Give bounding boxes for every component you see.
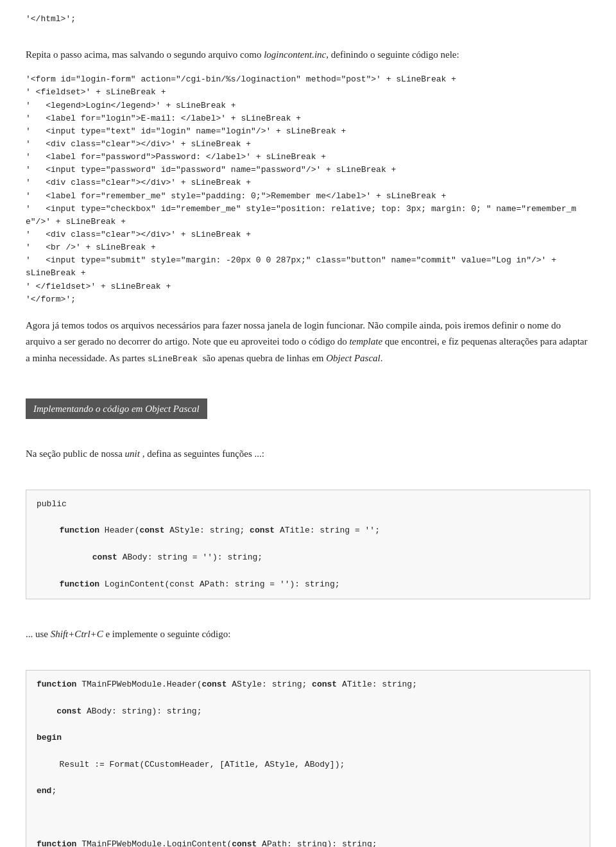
header-function-line: function Header(const AStyle: string; co…: [49, 524, 579, 538]
closing-tag-line: '</html>';: [26, 13, 590, 26]
impl-logincontent-line1: function TMainFPWebModule.LoginContent(c…: [37, 838, 579, 847]
implementation-code-block: function TMainFPWebModule.Header(const A…: [26, 670, 590, 847]
filename-italic: logincontent.inc: [264, 49, 326, 60]
impl-header-line2: const ABody: string): string;: [37, 705, 579, 719]
repeat-paragraph: Repita o passo acima, mas salvando o seg…: [26, 47, 590, 64]
section-heading-container: Implementando o código em Object Pascal: [26, 387, 590, 425]
public-keyword-line: public: [37, 498, 579, 511]
closing-tag-code: '</html>';: [26, 13, 590, 26]
description-paragraph: Agora já temos todos os arquivos necessá…: [26, 318, 590, 367]
shift-paragraph: ... use Shift+Ctrl+C e implemente o segu…: [26, 626, 590, 643]
repeat-text: Repita o passo acima, mas salvando o seg…: [26, 49, 261, 60]
impl-header-line1: function TMainFPWebModule.Header(const A…: [37, 678, 579, 692]
impl-blank: [37, 812, 579, 825]
header-function-line2: const ABody: string = ''): string;: [62, 551, 579, 565]
section-heading: Implementando o código em Object Pascal: [26, 398, 207, 419]
public-code-block: public function Header(const AStyle: str…: [26, 490, 590, 600]
page-container: '</html>'; Repita o passo acima, mas sal…: [26, 13, 590, 847]
logincontent-function-line: function LoginContent(const APath: strin…: [49, 578, 579, 592]
impl-end1: end;: [37, 785, 579, 798]
form-code-block: '<form id="login-form" action="/cgi-bin/…: [26, 68, 590, 311]
impl-result1: Result := Format(CCustomHeader, [ATitle,…: [49, 758, 579, 772]
section-intro-paragraph: Na seção public de nossa unit , defina a…: [26, 446, 590, 463]
impl-begin1: begin: [37, 732, 579, 745]
